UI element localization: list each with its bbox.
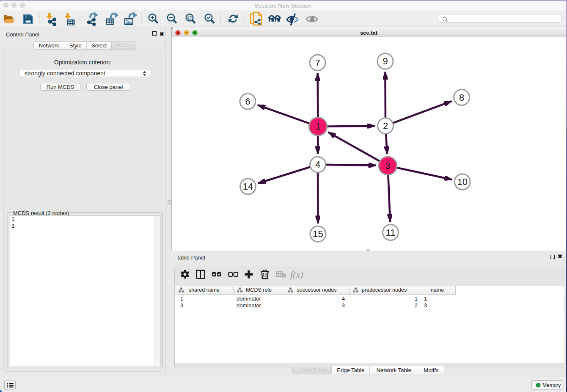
svg-text:10: 10 xyxy=(457,177,467,187)
svg-text:14: 14 xyxy=(243,181,253,192)
svg-text:7: 7 xyxy=(315,57,320,68)
svg-text:f(x): f(x) xyxy=(290,269,303,280)
svg-text:4: 4 xyxy=(315,159,320,170)
svg-text:8: 8 xyxy=(459,92,464,102)
svg-text:11: 11 xyxy=(386,227,396,237)
svg-text:9: 9 xyxy=(383,56,388,66)
svg-text:3: 3 xyxy=(385,160,390,171)
svg-text:6: 6 xyxy=(245,96,250,107)
svg-text:15: 15 xyxy=(313,229,323,239)
svg-text:2: 2 xyxy=(383,120,388,131)
svg-text:1: 1 xyxy=(315,121,320,132)
